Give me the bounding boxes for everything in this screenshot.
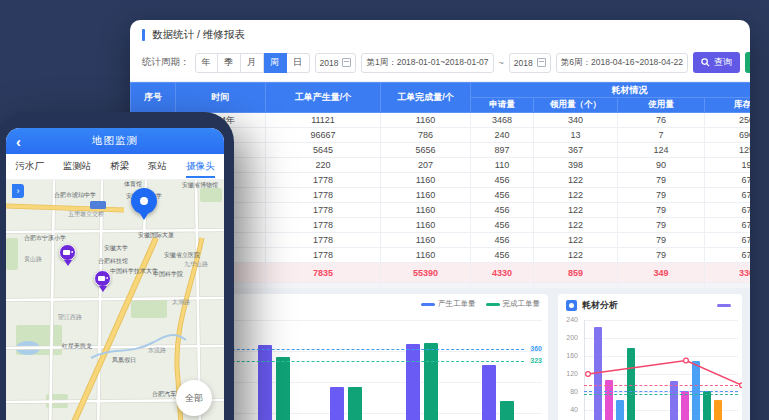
legend-label: 完成工单量: [503, 299, 541, 308]
period-option-周[interactable]: 周: [264, 53, 287, 73]
map-view[interactable]: 体育馆安徽省博物馆合肥市琥珀中学安徽农业大学五里墩立交桥合肥市宁溪小学安徽国际大…: [6, 180, 224, 420]
period-label: 统计周期：: [142, 56, 190, 69]
map-pin-selected[interactable]: [131, 188, 157, 214]
table-cell: 19: [705, 158, 751, 173]
show-all-button[interactable]: 全部: [176, 380, 212, 416]
consumable-chart-header: 耗材分析: [566, 299, 618, 312]
poi-label: 中国科学院: [153, 270, 183, 279]
bar-系列3[interactable]: [616, 400, 624, 420]
show-all-label: 全部: [185, 392, 203, 405]
phone-app-header: ‹ 地图监测: [6, 128, 224, 154]
column-header: 工单完成量/个: [381, 83, 471, 113]
period-option-季[interactable]: 季: [218, 53, 241, 73]
table-cell: 13: [534, 128, 618, 143]
table-cell: 456: [471, 248, 534, 263]
legend-marker-purple: [717, 304, 731, 307]
y-axis-tick: 40: [560, 406, 578, 413]
query-button-label: 查询: [714, 56, 732, 69]
period-option-月[interactable]: 月: [241, 53, 264, 73]
poi-label: 安徽省立医院: [164, 251, 200, 260]
total-cell: 55390: [381, 263, 471, 283]
bar-产生工单量[interactable]: [330, 387, 344, 420]
consumable-chart: 耗材分析 2402001601208040: [558, 294, 742, 420]
camera-marker[interactable]: [59, 244, 76, 261]
expand-panel-button[interactable]: ›: [12, 184, 24, 198]
legend-item-completed[interactable]: 完成工单量: [486, 299, 541, 309]
phone-tab-污水厂[interactable]: 污水厂: [15, 155, 44, 178]
table-cell: 67: [705, 248, 751, 263]
bar-系列5[interactable]: [714, 400, 722, 420]
column-header: 工单产生量/个: [266, 83, 381, 113]
table-cell: 1160: [381, 188, 471, 203]
table-cell: 250: [705, 113, 751, 128]
road-label: 东流路: [148, 346, 166, 355]
poi-label: 合肥市宁溪小学: [24, 234, 66, 243]
total-cell: 7835: [266, 263, 381, 283]
period-option-年[interactable]: 年: [195, 53, 218, 73]
table-cell: 456: [471, 173, 534, 188]
phone-tab-摄像头[interactable]: 摄像头: [186, 155, 215, 178]
table-cell: 79: [618, 188, 705, 203]
table-cell: 1160: [381, 173, 471, 188]
table-cell: 122: [534, 233, 618, 248]
end-year-select[interactable]: 2018: [509, 53, 551, 73]
table-cell: 110: [471, 158, 534, 173]
export-excel-button[interactable]: 导出Excel: [745, 52, 750, 73]
legend-item-produced[interactable]: 产生工单量: [421, 299, 476, 309]
bar-产生工单量[interactable]: [482, 365, 496, 420]
back-icon[interactable]: ‹: [16, 134, 21, 149]
total-cell: 330: [705, 263, 751, 283]
table-cell: 456: [471, 188, 534, 203]
threshold-line: [584, 394, 738, 395]
bar-产生工单量[interactable]: [258, 345, 272, 420]
gridline: [584, 356, 738, 357]
filter-bar: 统计周期： 年季月周日 2018 第1周：2018-01-01~2018-01-…: [130, 48, 750, 82]
table-cell: 79: [618, 173, 705, 188]
phone-tab-桥梁[interactable]: 桥梁: [110, 155, 129, 178]
table-cell: 1160: [381, 233, 471, 248]
table-cell: 1778: [266, 203, 381, 218]
query-button[interactable]: 查询: [693, 52, 740, 73]
start-year-select[interactable]: 2018: [315, 53, 357, 73]
sub-column-header: 库存量: [705, 98, 751, 113]
table-cell: 897: [471, 143, 534, 158]
bar-系列1[interactable]: [670, 381, 678, 420]
phone-tab-泵站[interactable]: 泵站: [148, 155, 167, 178]
column-header: 序号: [131, 83, 176, 113]
table-cell: 122: [534, 188, 618, 203]
table-cell: 367: [534, 143, 618, 158]
table-cell: 79: [618, 203, 705, 218]
phone-screen: ‹ 地图监测 污水厂监测站桥梁泵站摄像头: [6, 128, 224, 420]
table-cell: 1778: [266, 248, 381, 263]
y-axis-line: [584, 320, 585, 420]
table-header-row: 序号时间工单产生量/个工单完成量/个耗材情况: [131, 83, 751, 98]
bar-完成工单量[interactable]: [424, 343, 438, 420]
camera-marker[interactable]: [94, 270, 111, 287]
table-cell: 67: [705, 188, 751, 203]
phone-tab-监测站[interactable]: 监测站: [63, 155, 92, 178]
camera-icon: [63, 250, 70, 255]
work-order-chart-legend: 产生工单量 完成工单量: [421, 299, 540, 309]
table-cell: 125: [705, 143, 751, 158]
start-week-select[interactable]: 第1周：2018-01-01~2018-01-07: [361, 53, 493, 73]
bar-系列4[interactable]: [627, 348, 635, 420]
bar-完成工单量[interactable]: [348, 387, 362, 420]
bar-完成工单量[interactable]: [500, 401, 514, 420]
bar-完成工单量[interactable]: [276, 357, 290, 420]
consumable-chart-title: 耗材分析: [582, 299, 618, 312]
table-cell: 1160: [381, 218, 471, 233]
threshold-label: 323: [530, 357, 542, 364]
road-label: 黄山路: [24, 255, 42, 264]
period-option-日[interactable]: 日: [287, 53, 310, 73]
breadcrumb-accent-bar: [142, 29, 145, 41]
table-cell: 122: [534, 173, 618, 188]
bar-系列1[interactable]: [594, 327, 602, 420]
bar-产生工单量[interactable]: [406, 344, 420, 420]
table-cell: 1778: [266, 173, 381, 188]
pie-chart-icon: [566, 300, 577, 311]
y-axis-tick: 160: [560, 352, 578, 359]
road-label: 九华山路: [184, 260, 208, 269]
end-week-select[interactable]: 第6周：2018-04-16~2018-04-22: [556, 53, 688, 73]
table-cell: 79: [618, 218, 705, 233]
legend-marker-blue: [421, 303, 435, 306]
